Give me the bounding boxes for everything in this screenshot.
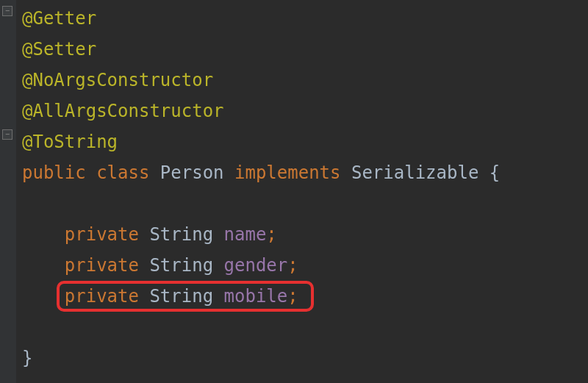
keyword-private: private [65,286,139,307]
code-area[interactable]: @Getter @Setter @NoArgsConstructor @AllA… [16,0,588,383]
semicolon: ; [287,286,298,307]
semicolon: ; [266,224,276,245]
annotation-getter: @Getter [22,8,96,29]
editor-gutter: − − [0,0,16,383]
code-line[interactable]: private String name; [22,219,588,250]
code-line[interactable]: public class Person implements Serializa… [22,157,588,188]
field-gender: gender [224,255,288,276]
keyword-private: private [65,224,139,245]
annotation-allargs: @AllArgsConstructor [22,101,224,121]
keyword-private: private [65,255,139,276]
code-line[interactable]: @NoArgsConstructor [22,65,588,96]
annotation-setter: @Setter [22,39,96,60]
code-line[interactable]: private String mobile; [22,281,588,312]
type-string: String [149,255,213,276]
annotation-noargs: @NoArgsConstructor [22,70,213,90]
code-editor[interactable]: − − @Getter @Setter @NoArgsConstructor @… [0,0,588,383]
fold-toggle-icon[interactable]: − [2,129,12,140]
code-line[interactable]: @Getter [22,3,588,34]
code-line-empty[interactable] [22,188,588,219]
type-string: String [149,224,213,245]
keyword-public: public [22,162,86,183]
fold-toggle-icon[interactable]: − [2,6,12,16]
code-line[interactable]: @Setter [22,34,588,65]
field-mobile: mobile [224,286,288,307]
keyword-implements: implements [234,162,341,183]
class-name: Person [160,162,224,183]
keyword-class: class [96,162,149,183]
type-string: String [149,286,213,307]
code-line[interactable]: @ToString [22,126,588,157]
code-line[interactable]: private String gender; [22,250,588,281]
annotation-tostring: @ToString [22,132,118,152]
interface-name: Serializable [351,162,478,183]
field-name: name [224,224,267,245]
semicolon: ; [287,255,298,276]
code-line-empty[interactable] [22,312,588,343]
open-brace: { [490,162,500,183]
code-line[interactable]: @AllArgsConstructor [22,96,588,126]
close-brace: } [22,348,32,368]
code-line[interactable]: } [22,343,588,373]
